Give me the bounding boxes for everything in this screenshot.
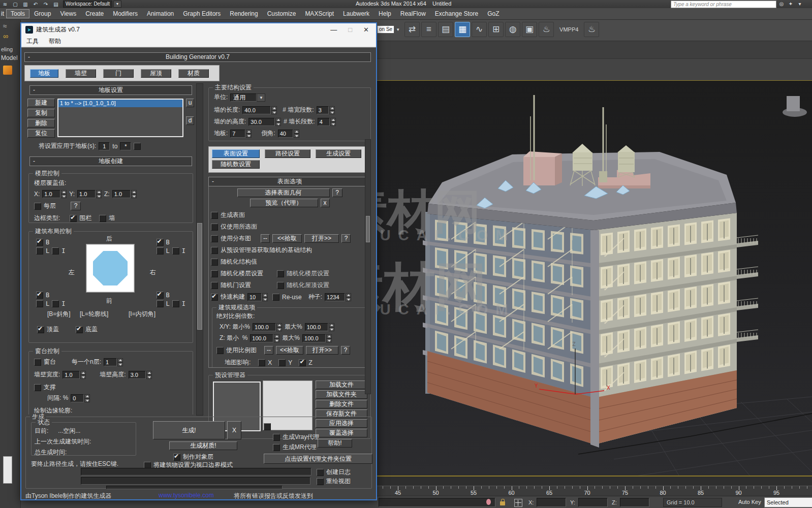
select-surface-help-button[interactable]: ?: [332, 188, 342, 197]
left-scrollbar[interactable]: [196, 83, 203, 416]
tab-material[interactable]: 材质: [178, 69, 209, 78]
wave-icon[interactable]: ≈: [3, 22, 20, 30]
create-log-checkbox[interactable]: [317, 469, 324, 476]
menu-maxscript[interactable]: MAXScript: [300, 9, 338, 18]
mini-listener[interactable]: [3, 456, 12, 484]
support-checkbox[interactable]: [34, 384, 41, 391]
gen-surface-checkbox[interactable]: [211, 212, 218, 219]
seg-length-spinner[interactable]: 4: [318, 118, 336, 126]
combine-mesh-checkbox[interactable]: [264, 423, 271, 430]
menu-edit-partial[interactable]: it: [0, 9, 6, 18]
fence-checkbox[interactable]: [70, 215, 77, 222]
preset-help-button[interactable]: 帮助!: [318, 439, 352, 448]
rendered-frame-icon[interactable]: ▣: [522, 22, 537, 37]
xy-max-spinner[interactable]: 100.0: [305, 323, 334, 331]
corner4-i-checkbox[interactable]: [172, 300, 179, 307]
layer-manager-icon[interactable]: ▤: [438, 22, 453, 37]
menu-customize[interactable]: Customize: [263, 9, 301, 18]
z-coord-field[interactable]: [620, 498, 649, 507]
save-file-icon[interactable]: ▥: [21, 1, 29, 8]
floor-list[interactable]: 1 to * --> [1.0_1.0_1.0]: [57, 99, 183, 137]
app-menu-icon[interactable]: ≋: [1, 1, 9, 8]
influence-z-checkbox[interactable]: [299, 359, 306, 366]
apply-from-field[interactable]: 1: [99, 142, 110, 150]
seed-spinner[interactable]: 1234: [325, 293, 351, 301]
gap-spinner[interactable]: 0: [71, 394, 90, 402]
surface-options-header[interactable]: - 表面选项: [208, 177, 371, 186]
tab-surface-settings[interactable]: 表面设置: [212, 149, 260, 158]
quick-build-spinner[interactable]: 10: [247, 293, 268, 301]
floors-spinner[interactable]: 7: [230, 130, 252, 138]
per-floor-help-button[interactable]: ?: [71, 202, 81, 210]
per-n-spinner[interactable]: 1: [104, 358, 123, 366]
dist-open-button[interactable]: 打开>>: [304, 234, 339, 243]
floor-create-header[interactable]: - 地板创建: [29, 156, 192, 166]
map-open-button[interactable]: 打开>>: [306, 346, 338, 355]
tab-generate-settings[interactable]: 生成设置: [316, 149, 361, 158]
menu-views[interactable]: Views: [55, 9, 81, 18]
right-scrollbar[interactable]: [365, 139, 371, 394]
curve-editor-icon[interactable]: ∿: [472, 22, 487, 37]
apply-extra-checkbox[interactable]: [134, 143, 141, 150]
plan-preview[interactable]: [86, 244, 135, 293]
corner1-i-checkbox[interactable]: [52, 247, 59, 255]
new-button[interactable]: 新建: [27, 99, 55, 107]
dialog-titlebar[interactable]: ➤ 建筑生成器 v0.7 — □ ✕: [21, 23, 376, 36]
left-scrollbar-thumb[interactable]: [197, 223, 202, 330]
dist-pick-button[interactable]: <<拾取: [272, 234, 302, 243]
menu-rendering[interactable]: Rendering: [225, 9, 262, 18]
redraw-checkbox[interactable]: [317, 478, 324, 485]
seg-width-spinner[interactable]: 3: [317, 106, 335, 114]
override-z-spinner[interactable]: 1.0: [112, 190, 137, 198]
communicate-balloon-icon[interactable]: [486, 499, 491, 505]
minimize-button[interactable]: —: [330, 26, 337, 34]
delete-file-button[interactable]: 删除文件: [316, 400, 367, 408]
y-coord-field[interactable]: [578, 498, 608, 507]
maximize-button[interactable]: □: [348, 26, 352, 34]
wall-height2-spinner[interactable]: 30.0: [248, 118, 281, 126]
help-caret-icon[interactable]: ▾: [796, 1, 804, 7]
bevel-spinner[interactable]: 40: [278, 130, 299, 138]
corner1-l-checkbox[interactable]: [36, 247, 43, 255]
rand-floor2-checkbox[interactable]: [277, 270, 284, 277]
use-scale-map-checkbox[interactable]: [216, 347, 224, 354]
menu-goz[interactable]: GoZ: [483, 9, 504, 18]
menu-graph-editors[interactable]: Graph Editors: [178, 9, 225, 18]
rand-door-checkbox[interactable]: [211, 282, 218, 289]
menu-help[interactable]: Help: [374, 9, 396, 18]
menu-create[interactable]: Create: [81, 9, 108, 18]
menu-realflow[interactable]: RealFlow: [396, 9, 430, 18]
status-prompt-field[interactable]: [379, 498, 495, 507]
corner3-l-checkbox[interactable]: [36, 300, 43, 307]
selected-faces-checkbox[interactable]: [211, 224, 218, 231]
right-scrollbar-thumb[interactable]: [366, 216, 370, 242]
align-icon[interactable]: ≡: [421, 22, 436, 37]
polygon-modeling-icon[interactable]: [3, 66, 12, 75]
x-coord-field[interactable]: [537, 498, 566, 507]
vray-proxy-checkbox[interactable]: [273, 434, 280, 441]
influence-y-checkbox[interactable]: [278, 359, 286, 366]
corner2-i-checkbox[interactable]: [172, 247, 179, 255]
reset-button[interactable]: 复位: [27, 129, 55, 138]
load-folder-button[interactable]: 加载文件夹: [316, 390, 367, 399]
wall-width-spinner[interactable]: 1.0: [63, 371, 86, 379]
reuse-checkbox[interactable]: [272, 294, 279, 301]
dialog-menu-help[interactable]: 帮助: [44, 37, 66, 46]
mr-proxy-checkbox[interactable]: [273, 444, 280, 451]
scene-explorer-icon[interactable]: ▦: [455, 22, 470, 37]
teapot-render-icon[interactable]: ♨: [584, 22, 599, 37]
tab-roof[interactable]: 屋顶: [141, 69, 171, 78]
menu-group[interactable]: Group: [29, 9, 55, 18]
select-surface-button[interactable]: 选择表面几何: [237, 188, 330, 197]
key-icon[interactable]: ✦: [787, 1, 795, 7]
override-x-spinner[interactable]: 1.0: [42, 190, 67, 198]
render-production-icon[interactable]: ♨: [539, 22, 554, 37]
corner2-b-checkbox[interactable]: [157, 239, 164, 246]
tab-floor[interactable]: 地板: [30, 69, 58, 78]
sill-checkbox[interactable]: [34, 359, 41, 366]
xy-min-spinner[interactable]: 100.0: [253, 323, 282, 331]
floor-list-item[interactable]: 1 to * --> [1.0_1.0_1.0]: [58, 100, 182, 107]
site-link[interactable]: www.tysonibele.com: [159, 492, 214, 499]
preview-close-button[interactable]: x: [321, 199, 330, 207]
dist-help-button[interactable]: ?: [341, 234, 351, 243]
